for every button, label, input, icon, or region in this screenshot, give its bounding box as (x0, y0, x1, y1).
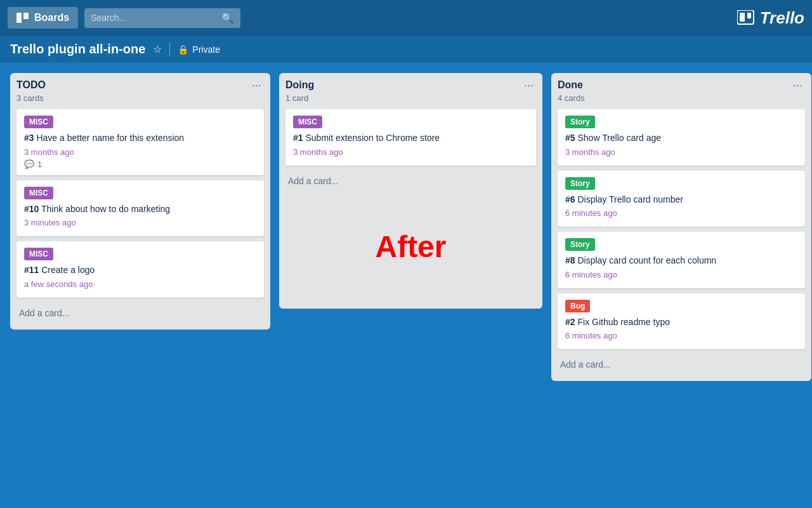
column-done: Done ··· 4 cards Story #5 Show Trello ca… (551, 73, 811, 381)
search-box: 🔍 (84, 8, 240, 28)
card-done-3-time: 6 minutes ago (565, 270, 797, 279)
column-doing-watermark: After (285, 191, 536, 302)
column-doing: Doing ··· 1 card MISC #1 Submit extensio… (279, 73, 542, 309)
column-doing-menu-button[interactable]: ··· (521, 79, 536, 91)
column-todo-title: TODO (16, 79, 46, 91)
columns-area: TODO ··· 3 cards MISC #3 Have a better n… (0, 63, 812, 391)
search-input[interactable] (91, 13, 218, 23)
card-label-misc-3: MISC (24, 248, 53, 260)
add-card-done[interactable]: Add a card... (558, 354, 805, 375)
card-todo-3-title: #11 Create a logo (24, 264, 256, 277)
lock-icon: 🔒 (178, 44, 188, 55)
trello-logo-icon (737, 10, 755, 25)
card-todo-1-time: 3 months ago (24, 147, 256, 157)
card-done-2: Story #6 Display Trello card number 6 mi… (558, 171, 805, 227)
card-done-4: Bug #2 Fix Github readme typo 6 minutes … (558, 293, 805, 350)
privacy-label: Private (192, 44, 220, 55)
logo-text: Trello (760, 8, 804, 28)
card-done-1-label: Story (565, 116, 595, 128)
card-todo-1-comments: 💬 1 (24, 159, 256, 169)
column-doing-header: Doing ··· (285, 79, 536, 91)
column-todo: TODO ··· 3 cards MISC #3 Have a better n… (10, 73, 270, 330)
card-done-2-label: Story (565, 177, 595, 190)
card-todo-2-title: #10 Think about how to do marketing (24, 203, 256, 216)
svg-rect-3 (740, 13, 745, 22)
card-todo-1-title: #3 Have a better name for this extension (24, 132, 256, 145)
search-icon: 🔍 (221, 12, 234, 24)
card-doing-1-time: 3 months ago (293, 147, 528, 157)
card-done-3-label: Story (565, 238, 595, 251)
card-done-1-time: 3 months ago (565, 147, 797, 157)
column-done-count: 4 cards (558, 93, 805, 103)
card-done-1: Story #5 Show Trello card age 3 months a… (558, 109, 805, 166)
card-doing-1: MISC #1 Submit extension to Chrome store… (285, 109, 536, 166)
boards-label: Boards (34, 12, 69, 23)
card-done-3-title: #8 Display card count for each column (565, 255, 797, 267)
column-todo-header: TODO ··· (16, 79, 264, 91)
svg-rect-1 (23, 13, 29, 19)
column-doing-title: Doing (285, 79, 314, 91)
card-todo-2: MISC #10 Think about how to do marketing… (16, 180, 264, 237)
card-done-3: Story #8 Display card count for each col… (558, 232, 805, 288)
board-title-bar: Trello plugin all-in-one ☆ 🔒 Private (0, 36, 812, 63)
navbar: Boards 🔍 Trello (0, 0, 812, 36)
column-todo-count: 3 cards (16, 93, 264, 103)
card-done-4-time: 6 minutes ago (565, 331, 797, 340)
svg-rect-4 (747, 13, 751, 18)
trello-logo: Trello (737, 8, 804, 28)
card-doing-1-title: #1 Submit extension to Chrome store (293, 132, 528, 145)
card-label-misc: MISC (24, 116, 53, 128)
svg-rect-2 (737, 10, 754, 24)
card-done-2-title: #6 Display Trello card number (565, 194, 797, 206)
column-done-menu-button[interactable]: ··· (790, 79, 805, 91)
star-icon[interactable]: ☆ (153, 43, 162, 55)
column-todo-menu-button[interactable]: ··· (249, 79, 264, 91)
divider (169, 43, 170, 57)
boards-button[interactable]: Boards (8, 7, 78, 29)
card-done-1-title: #5 Show Trello card age (565, 132, 797, 145)
card-doing-label: MISC (293, 116, 322, 128)
card-label-misc-2: MISC (24, 187, 53, 199)
boards-icon (16, 13, 29, 23)
column-doing-count: 1 card (285, 93, 536, 103)
add-card-doing[interactable]: Add a card... (285, 171, 536, 191)
column-done-header: Done ··· (558, 79, 805, 91)
privacy-badge: 🔒 Private (178, 44, 220, 55)
card-todo-3-time: a few seconds ago (24, 279, 256, 289)
svg-rect-0 (16, 13, 22, 23)
comment-count: 1 (37, 159, 42, 169)
card-todo-1: MISC #3 Have a better name for this exte… (16, 109, 264, 175)
card-done-2-time: 6 minutes ago (565, 208, 797, 218)
column-done-title: Done (558, 79, 583, 91)
add-card-todo[interactable]: Add a card... (16, 303, 264, 323)
board-title: Trello plugin all-in-one (10, 42, 145, 57)
card-todo-3: MISC #11 Create a logo a few seconds ago (16, 241, 264, 298)
card-done-4-label: Bug (565, 300, 590, 312)
card-done-4-title: #2 Fix Github readme typo (565, 316, 797, 329)
card-todo-2-time: 3 minutes ago (24, 218, 256, 227)
comment-icon: 💬 (24, 159, 34, 169)
